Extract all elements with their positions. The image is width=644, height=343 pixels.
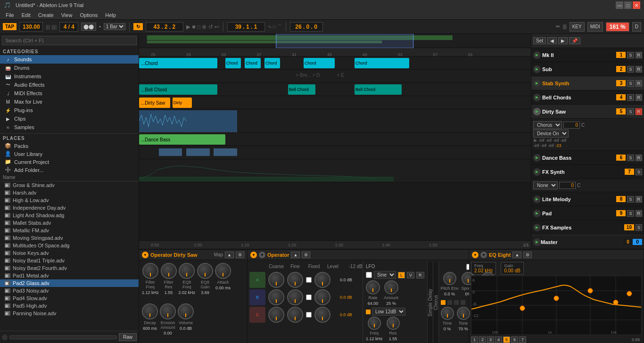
op-level-2[interactable] [314,289,330,305]
file-item[interactable]: ▣Harsh.adv [0,189,139,196]
op-b-btn[interactable]: B [249,289,265,305]
file-item[interactable]: ▣Pad5 High.adv [0,302,139,310]
track-num-fx-synth[interactable]: 7 [625,169,634,175]
track-s-stab[interactable]: S [627,80,634,87]
track-r-lite[interactable]: R [636,196,643,203]
op2-config[interactable]: ⚙ [302,252,310,258]
track-content-dance[interactable]: ...Dance Bass [139,133,531,146]
lfo-filter-res-knob[interactable] [387,317,400,330]
file-item[interactable]: ▣Light And Shadow.adg [0,212,139,219]
eq8-band-5[interactable]: 5 [503,336,510,343]
lfo-checkbox[interactable] [366,272,372,278]
op-fine-1[interactable] [287,272,303,288]
track-s-pad[interactable]: S [627,210,634,217]
clip-bell-1[interactable]: ...Bell Chord [139,84,217,95]
track-num-fx-samples[interactable]: 10 [624,224,634,230]
file-item[interactable]: ▣Mallet Stabs.adv [0,219,139,227]
eq8-freq-knob[interactable] [179,263,195,279]
clip-chord-5[interactable]: Chord [304,58,335,68]
lfo-filter-freq-knob[interactable] [368,317,381,330]
file-item[interactable]: ▣Independence Day.adv [0,204,139,212]
clip-bell-3[interactable]: Bell Chord [355,84,402,95]
op-coarse-2[interactable] [268,289,284,305]
sidebar-item-clips[interactable]: ▶ Clips [0,114,139,123]
sidebar-item-instruments[interactable]: 🎹 Instruments [0,72,139,81]
eq8-config[interactable]: ⚙ [523,252,532,258]
file-item[interactable]: ▣Pad3 Noisy.adv [0,287,139,294]
track-num-dance[interactable]: 6 [616,155,626,161]
mixer-next-btn[interactable]: ▶ [558,37,568,44]
sidebar-item-add-folder[interactable]: ➕ Add Folder... [0,166,139,174]
op-fine-2[interactable] [287,289,303,305]
sidebar-item-plug-ins[interactable]: ⚡ Plug-ins [0,106,139,114]
track-s-sub[interactable]: S [627,66,634,73]
master-num[interactable]: 0 [623,239,633,245]
clip-noise-1[interactable] [139,110,237,132]
file-item[interactable]: ▣Metallic FM.adv [0,227,139,234]
clip-small-3[interactable] [214,148,237,156]
eq8-fold[interactable]: ▲ [512,252,521,258]
maximize-button[interactable]: □ [624,1,632,9]
mixer-set-btn[interactable]: Set [533,37,546,44]
op-fixed-1[interactable] [306,277,312,283]
add-eq-btn[interactable]: ⊕ [533,138,537,143]
mixer-play-fx-synth[interactable]: ▶ [533,168,541,176]
position-display[interactable]: 43 . 2 . 2 [146,22,183,32]
titlebar-controls[interactable]: — □ ✕ [616,1,640,9]
eq8-band-6[interactable]: 6 [511,336,518,343]
close-button[interactable]: ✕ [633,1,640,9]
file-item[interactable]: ▣High & Low.adv [0,196,139,204]
op-fixed-2[interactable] [306,294,312,300]
file-item[interactable]: ▣Multitudes Of Space.adg [0,242,139,249]
track-r-bell[interactable]: R [636,94,643,101]
op-coarse-3[interactable] [268,307,284,323]
eq8-gain-knob[interactable] [197,263,213,279]
menu-help[interactable]: Help [101,11,120,19]
btn-off-3[interactable] [461,300,465,305]
decay-knob[interactable] [142,303,158,319]
mixer-play-dirty[interactable]: ▶ [533,108,541,115]
mixer-play-pad[interactable]: ▶ [533,210,541,217]
file-item[interactable]: ▣Pad4 Slow.adv [0,294,139,302]
track-s-bell[interactable]: S [627,94,634,101]
btn-off-2[interactable] [454,300,459,305]
clip-chord-1[interactable]: ...Chord [139,58,217,68]
eq8-power[interactable]: ● [472,252,479,258]
track-r-mkii[interactable]: R [636,52,643,58]
menu-edit[interactable]: Edit [18,11,34,19]
chorus-select[interactable]: Chorus [533,121,562,129]
mixer-pin-btn[interactable]: 📌 [569,37,580,44]
clip-dirty-2[interactable]: Dirty [173,98,192,108]
op-dirty-saw-config[interactable]: ⚙ [236,252,244,258]
map-label[interactable]: Map [214,252,223,257]
arrangement-overview[interactable] [139,34,531,48]
clip-dirty-1[interactable]: ...Dirty Saw [139,98,170,108]
eq8-power2[interactable]: ● [480,252,487,258]
sidebar-item-current-project[interactable]: 📁 Current Project [0,158,139,166]
sidebar-item-user-library[interactable]: 👤 User Library [0,150,139,158]
lfo-btn-l[interactable]: L [398,272,405,278]
menu-file[interactable]: File [2,11,18,19]
erosion-knob[interactable] [160,303,176,319]
track-r-stab[interactable]: R [636,80,643,87]
file-item[interactable]: ▣Pad1 Metal.adv [0,272,139,279]
track-s-fx-synth[interactable]: S [636,169,642,175]
tap-button[interactable]: TAP [3,23,17,30]
track-s-fx-samples[interactable]: S [636,224,642,231]
track-s-mkii[interactable]: S [627,52,634,58]
track-content-dirty[interactable]: ...Dirty Saw Dirty [139,96,531,109]
track-num-dirty[interactable]: 5 [616,108,626,114]
track-content-noise[interactable] [139,109,531,132]
clip-small-1[interactable] [159,148,182,156]
eq8-band-3[interactable]: 3 [487,336,494,343]
sidebar-item-sounds[interactable]: ♪ Sounds [0,55,139,64]
op-coarse-1[interactable] [268,272,284,288]
tone-knob[interactable] [457,307,470,320]
mixer-play-sub[interactable]: ▶ [533,65,541,73]
track-s-dirty[interactable]: S [627,108,634,115]
op-level-3[interactable] [314,307,330,323]
mixer-play-fx-samples[interactable]: ▶ [533,224,541,231]
track-s-lite[interactable]: S [627,196,634,203]
loop-button[interactable]: ↻ [133,23,143,30]
track-content-chord[interactable]: ...Chord Chord Chord Chord Chord Chord [139,57,531,69]
